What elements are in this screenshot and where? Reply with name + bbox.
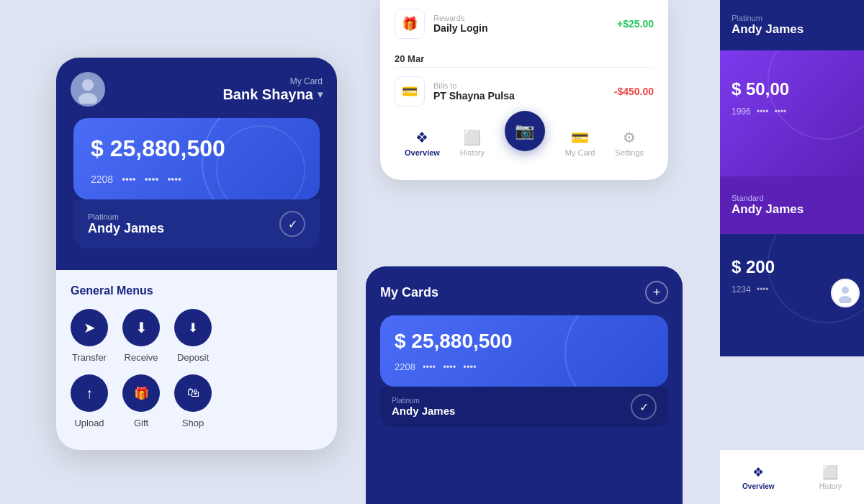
right-platinum-label: Platinum [732, 14, 852, 22]
right-purple-amount: $ 50,00 [732, 79, 852, 99]
my-cards-number: 2208 •••• •••• •••• [395, 361, 654, 372]
right-bottom-nav: ❖ Overview ⬜ History [720, 450, 864, 504]
right-purple-number: 1996 •••• •••• [732, 107, 852, 117]
right-standard-name: Andy James [732, 202, 852, 217]
nav-mycard[interactable]: 💳 My Card [565, 129, 595, 157]
menu-grid: ➤ Transfer ⬇ Receive ⬇ Deposit [71, 309, 323, 363]
right-panel: Platinum Andy James $ 50,00 1996 •••• ••… [720, 0, 864, 504]
shop-icon: 🛍 [174, 374, 212, 412]
transaction-left-2: 💳 Bills to PT Shayna Pulsa [395, 76, 515, 107]
card-number: 2208 •••• •••• •••• [91, 174, 302, 185]
bottom-nav: ❖ Overview ⬜ History 📷 💳 My Card ⚙ Setti… [395, 115, 654, 166]
history-card: 🎁 Rewards Daily Login +$25.00 20 Mar 💳 B… [380, 0, 668, 180]
left-phone: My Card Bank Shayna ▾ $ 25,880,500 2208 … [56, 58, 337, 450]
shop-label: Shop [182, 418, 204, 428]
transaction-daily-login: 🎁 Rewards Daily Login +$25.00 [395, 0, 654, 48]
overview-icon: ❖ [415, 129, 428, 146]
header-top: My Card Bank Shayna ▾ [71, 72, 323, 107]
bills-amount: -$450.00 [614, 86, 654, 97]
rbn-overview-label: Overview [742, 482, 774, 490]
upload-icon: ↑ [71, 374, 108, 412]
menu-grid-2: ↑ Upload 🎁 Gift 🛍 Shop [71, 374, 323, 428]
my-cards-card: $ 25,880,500 2208 •••• •••• •••• [380, 315, 668, 387]
general-menus: General Menus ➤ Transfer ⬇ Receive ⬇ Dep… [56, 270, 337, 436]
mycard-icon: 💳 [571, 129, 589, 146]
right-purple-card: $ 50,00 1996 •••• •••• [720, 50, 864, 176]
history-icon: ⬜ [463, 129, 481, 146]
menu-item-transfer[interactable]: ➤ Transfer [71, 309, 108, 363]
right-top-card: Platinum Andy James [720, 0, 864, 50]
platinum-info: Platinum Andy James [88, 212, 164, 236]
bank-name: Bank Shayna ▾ [222, 86, 323, 103]
svg-point-0 [82, 79, 94, 91]
add-card-button[interactable]: + [645, 281, 668, 304]
settings-icon: ⚙ [623, 129, 636, 146]
my-cards-title: My Cards [380, 285, 438, 300]
nav-settings[interactable]: ⚙ Settings [615, 129, 644, 157]
general-menus-title: General Menus [71, 284, 323, 297]
phone-header: My Card Bank Shayna ▾ $ 25,880,500 2208 … [56, 58, 337, 270]
camera-fab[interactable]: 📷 [505, 111, 545, 151]
transaction-bills: 💳 Bills to PT Shayna Pulsa -$450.00 [395, 68, 654, 115]
check-icon[interactable]: ✓ [279, 211, 305, 237]
transaction-details-2: Bills to PT Shayna Pulsa [433, 81, 515, 102]
transfer-label: Transfer [72, 352, 107, 363]
middle-panel: 🎁 Rewards Daily Login +$25.00 20 Mar 💳 B… [359, 0, 690, 504]
history-label: History [460, 148, 485, 157]
rbn-history[interactable]: ⬜ History [819, 464, 842, 490]
transaction-details: Rewards Daily Login [433, 14, 487, 34]
nav-overview[interactable]: ❖ Overview [405, 129, 440, 157]
my-cards-platinum: Platinum Andy James ✓ [380, 387, 668, 427]
my-cards-platinum-info: Platinum Andy James [392, 397, 455, 417]
chevron-down-icon[interactable]: ▾ [318, 89, 323, 100]
right-top-name: Andy James [732, 22, 852, 37]
menu-item-upload[interactable]: ↑ Upload [71, 374, 108, 428]
rbn-overview-icon: ❖ [752, 464, 764, 480]
right-dark-card: $ 200 1234 •••• [720, 234, 864, 356]
card-preview-wrapper: $ 25,880,500 2208 •••• •••• •••• Platinu… [380, 315, 668, 427]
nav-history[interactable]: ⬜ History [460, 129, 485, 157]
mycard-label: My Card [565, 148, 595, 157]
my-card-text: My Card [222, 76, 323, 86]
avatar [71, 72, 105, 107]
svg-point-1 [78, 93, 97, 104]
camera-icon: 📷 [515, 122, 534, 140]
my-cards-panel: My Cards + $ 25,880,500 2208 •••• •••• •… [366, 266, 683, 504]
my-cards-check-icon[interactable]: ✓ [631, 394, 657, 420]
menu-item-deposit[interactable]: ⬇ Deposit [174, 309, 212, 363]
deposit-label: Deposit [177, 352, 209, 363]
settings-label: Settings [615, 148, 644, 157]
deposit-icon: ⬇ [174, 309, 212, 346]
platinum-section: Platinum Andy James ✓ [73, 199, 320, 248]
receive-label: Receive [125, 352, 158, 363]
rbn-overview[interactable]: ❖ Overview [742, 464, 774, 490]
overview-label: Overview [405, 148, 440, 157]
credit-card: $ 25,880,500 2208 •••• •••• •••• [73, 118, 320, 199]
menu-item-gift[interactable]: 🎁 Gift [122, 374, 160, 428]
right-standard-section: Standard Andy James [720, 176, 864, 234]
rbn-history-label: History [819, 482, 842, 490]
rbn-history-icon: ⬜ [822, 464, 838, 480]
gift-icon: 🎁 [122, 374, 160, 412]
transaction-left: 🎁 Rewards Daily Login [395, 9, 487, 39]
daily-login-amount: +$25.00 [617, 18, 654, 30]
date-separator: 20 Mar [395, 48, 654, 67]
card-amount: $ 25,880,500 [91, 135, 302, 162]
menu-item-receive[interactable]: ⬇ Receive [122, 309, 160, 363]
upload-label: Upload [74, 418, 104, 428]
menu-item-shop[interactable]: 🛍 Shop [174, 374, 212, 428]
my-cards-amount: $ 25,880,500 [395, 330, 654, 353]
right-standard-label: Standard [732, 194, 852, 202]
reward-icon: 🎁 [395, 9, 425, 39]
my-card-label: My Card Bank Shayna ▾ [222, 76, 323, 103]
bills-icon: 💳 [395, 76, 425, 107]
right-dark-number: 1234 •••• [732, 284, 852, 294]
gift-label: Gift [134, 418, 148, 428]
svg-point-3 [839, 296, 852, 303]
receive-icon: ⬇ [122, 309, 160, 346]
transfer-icon: ➤ [71, 309, 108, 346]
right-dark-amount: $ 200 [732, 257, 852, 277]
my-cards-header: My Cards + [380, 281, 668, 304]
